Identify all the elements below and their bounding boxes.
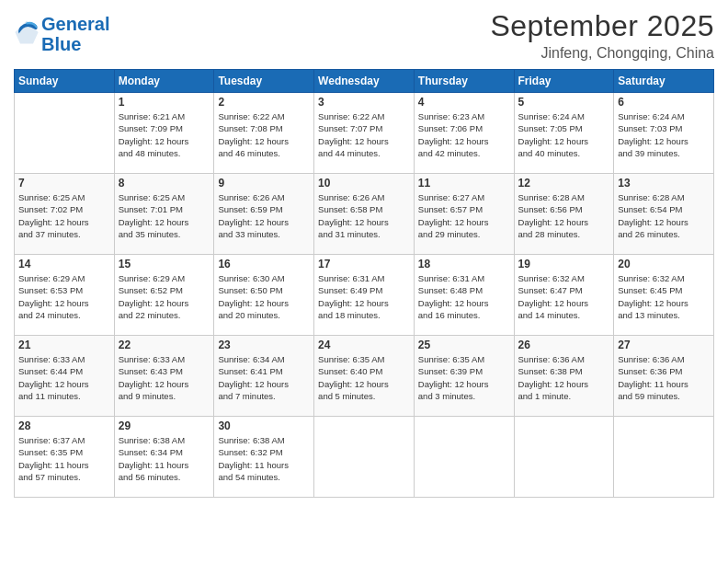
day-number: 25 <box>418 339 510 351</box>
page: General Blue September 2025 Jinfeng, Cho… <box>0 0 728 563</box>
title-block: September 2025 Jinfeng, Chongqing, China <box>490 9 714 62</box>
day-info: Sunrise: 6:29 AM Sunset: 6:53 PM Dayligh… <box>18 272 110 321</box>
week-row-3: 14Sunrise: 6:29 AM Sunset: 6:53 PM Dayli… <box>15 255 714 336</box>
week-row-5: 28Sunrise: 6:37 AM Sunset: 6:35 PM Dayli… <box>15 417 714 498</box>
day-number: 20 <box>618 258 710 270</box>
day-number: 30 <box>218 419 310 432</box>
day-cell: 23Sunrise: 6:34 AM Sunset: 6:41 PM Dayli… <box>214 336 314 417</box>
weekday-header-friday: Friday <box>514 70 614 93</box>
day-info: Sunrise: 6:31 AM Sunset: 6:49 PM Dayligh… <box>318 272 410 321</box>
day-info: Sunrise: 6:25 AM Sunset: 7:01 PM Dayligh… <box>119 191 210 240</box>
day-number: 13 <box>618 177 710 190</box>
day-cell: 13Sunrise: 6:28 AM Sunset: 6:54 PM Dayli… <box>614 174 714 255</box>
day-info: Sunrise: 6:35 AM Sunset: 6:40 PM Dayligh… <box>318 353 410 402</box>
day-info: Sunrise: 6:24 AM Sunset: 7:03 PM Dayligh… <box>618 110 710 159</box>
day-info: Sunrise: 6:33 AM Sunset: 6:43 PM Dayligh… <box>119 353 210 402</box>
day-info: Sunrise: 6:29 AM Sunset: 6:52 PM Dayligh… <box>119 272 210 321</box>
day-cell: 25Sunrise: 6:35 AM Sunset: 6:39 PM Dayli… <box>414 336 514 417</box>
logo-general: General <box>41 14 109 34</box>
day-cell: 27Sunrise: 6:36 AM Sunset: 6:36 PM Dayli… <box>614 336 714 417</box>
day-info: Sunrise: 6:22 AM Sunset: 7:07 PM Dayligh… <box>318 110 410 159</box>
day-cell: 14Sunrise: 6:29 AM Sunset: 6:53 PM Dayli… <box>15 255 115 336</box>
day-number: 26 <box>518 339 610 351</box>
day-number: 3 <box>318 96 410 109</box>
weekday-header-sunday: Sunday <box>15 70 115 93</box>
day-number: 12 <box>518 177 610 190</box>
day-number: 6 <box>618 96 710 109</box>
day-cell: 8Sunrise: 6:25 AM Sunset: 7:01 PM Daylig… <box>114 174 214 255</box>
calendar: SundayMondayTuesdayWednesdayThursdayFrid… <box>14 69 714 498</box>
day-number: 1 <box>119 96 210 109</box>
day-cell: 10Sunrise: 6:26 AM Sunset: 6:58 PM Dayli… <box>314 174 415 255</box>
day-cell: 28Sunrise: 6:37 AM Sunset: 6:35 PM Dayli… <box>15 417 115 498</box>
day-number: 2 <box>218 96 310 109</box>
day-cell: 26Sunrise: 6:36 AM Sunset: 6:38 PM Dayli… <box>514 336 614 417</box>
day-cell <box>514 417 614 498</box>
location: Jinfeng, Chongqing, China <box>490 45 714 62</box>
day-number: 11 <box>418 177 510 190</box>
day-number: 28 <box>18 419 110 432</box>
day-info: Sunrise: 6:31 AM Sunset: 6:48 PM Dayligh… <box>418 272 510 321</box>
day-number: 16 <box>218 258 310 270</box>
day-cell <box>414 417 514 498</box>
weekday-header-row: SundayMondayTuesdayWednesdayThursdayFrid… <box>15 70 714 93</box>
day-number: 4 <box>418 96 510 109</box>
day-number: 18 <box>418 258 510 270</box>
day-number: 22 <box>119 339 210 351</box>
day-number: 27 <box>618 339 710 351</box>
day-number: 8 <box>119 177 210 190</box>
logo-icon <box>14 19 40 45</box>
week-row-1: 1Sunrise: 6:21 AM Sunset: 7:09 PM Daylig… <box>15 93 714 174</box>
day-info: Sunrise: 6:28 AM Sunset: 6:54 PM Dayligh… <box>618 191 710 240</box>
logo: General Blue <box>14 14 109 54</box>
day-cell: 29Sunrise: 6:38 AM Sunset: 6:34 PM Dayli… <box>114 417 214 498</box>
day-info: Sunrise: 6:36 AM Sunset: 6:38 PM Dayligh… <box>518 353 610 402</box>
day-cell: 6Sunrise: 6:24 AM Sunset: 7:03 PM Daylig… <box>614 93 714 174</box>
day-cell: 9Sunrise: 6:26 AM Sunset: 6:59 PM Daylig… <box>214 174 314 255</box>
day-cell <box>15 93 115 174</box>
day-info: Sunrise: 6:28 AM Sunset: 6:56 PM Dayligh… <box>518 191 610 240</box>
day-cell: 30Sunrise: 6:38 AM Sunset: 6:32 PM Dayli… <box>214 417 314 498</box>
day-cell: 4Sunrise: 6:23 AM Sunset: 7:06 PM Daylig… <box>414 93 514 174</box>
day-cell: 5Sunrise: 6:24 AM Sunset: 7:05 PM Daylig… <box>514 93 614 174</box>
day-info: Sunrise: 6:23 AM Sunset: 7:06 PM Dayligh… <box>418 110 510 159</box>
day-cell <box>314 417 415 498</box>
day-number: 10 <box>318 177 410 190</box>
day-cell <box>614 417 714 498</box>
day-cell: 3Sunrise: 6:22 AM Sunset: 7:07 PM Daylig… <box>314 93 415 174</box>
day-cell: 24Sunrise: 6:35 AM Sunset: 6:40 PM Dayli… <box>314 336 415 417</box>
day-info: Sunrise: 6:32 AM Sunset: 6:45 PM Dayligh… <box>618 272 710 321</box>
header: General Blue September 2025 Jinfeng, Cho… <box>14 9 714 62</box>
day-number: 15 <box>119 258 210 270</box>
day-info: Sunrise: 6:38 AM Sunset: 6:34 PM Dayligh… <box>119 434 210 483</box>
day-cell: 12Sunrise: 6:28 AM Sunset: 6:56 PM Dayli… <box>514 174 614 255</box>
day-cell: 19Sunrise: 6:32 AM Sunset: 6:47 PM Dayli… <box>514 255 614 336</box>
day-info: Sunrise: 6:26 AM Sunset: 6:59 PM Dayligh… <box>218 191 310 240</box>
day-info: Sunrise: 6:21 AM Sunset: 7:09 PM Dayligh… <box>119 110 210 159</box>
day-info: Sunrise: 6:30 AM Sunset: 6:50 PM Dayligh… <box>218 272 310 321</box>
weekday-header-wednesday: Wednesday <box>314 70 415 93</box>
month-title: September 2025 <box>490 9 714 43</box>
day-cell: 7Sunrise: 6:25 AM Sunset: 7:02 PM Daylig… <box>15 174 115 255</box>
day-info: Sunrise: 6:27 AM Sunset: 6:57 PM Dayligh… <box>418 191 510 240</box>
day-info: Sunrise: 6:35 AM Sunset: 6:39 PM Dayligh… <box>418 353 510 402</box>
day-cell: 11Sunrise: 6:27 AM Sunset: 6:57 PM Dayli… <box>414 174 514 255</box>
day-number: 7 <box>18 177 110 190</box>
day-number: 24 <box>318 339 410 351</box>
day-cell: 15Sunrise: 6:29 AM Sunset: 6:52 PM Dayli… <box>114 255 214 336</box>
weekday-header-monday: Monday <box>114 70 214 93</box>
day-number: 17 <box>318 258 410 270</box>
weekday-header-saturday: Saturday <box>614 70 714 93</box>
day-info: Sunrise: 6:38 AM Sunset: 6:32 PM Dayligh… <box>218 434 310 483</box>
day-number: 23 <box>218 339 310 351</box>
day-info: Sunrise: 6:25 AM Sunset: 7:02 PM Dayligh… <box>18 191 110 240</box>
day-number: 9 <box>218 177 310 190</box>
logo-blue: Blue <box>41 34 81 54</box>
day-cell: 20Sunrise: 6:32 AM Sunset: 6:45 PM Dayli… <box>614 255 714 336</box>
day-cell: 16Sunrise: 6:30 AM Sunset: 6:50 PM Dayli… <box>214 255 314 336</box>
day-info: Sunrise: 6:24 AM Sunset: 7:05 PM Dayligh… <box>518 110 610 159</box>
day-number: 14 <box>18 258 110 270</box>
day-info: Sunrise: 6:32 AM Sunset: 6:47 PM Dayligh… <box>518 272 610 321</box>
day-cell: 22Sunrise: 6:33 AM Sunset: 6:43 PM Dayli… <box>114 336 214 417</box>
day-info: Sunrise: 6:22 AM Sunset: 7:08 PM Dayligh… <box>218 110 310 159</box>
